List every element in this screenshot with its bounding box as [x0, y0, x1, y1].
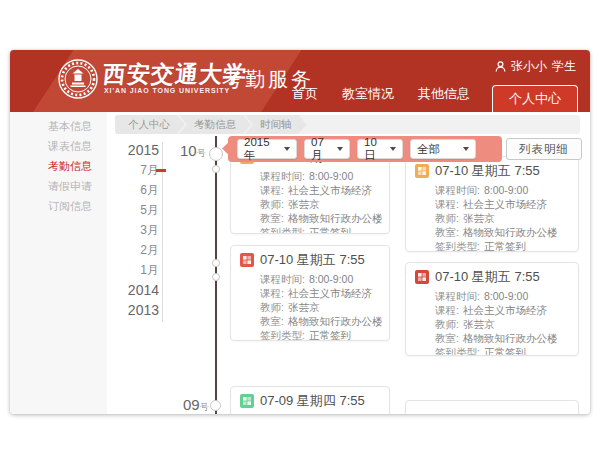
field-label: 课程时间: — [435, 183, 480, 197]
timeline-node — [212, 259, 220, 267]
field-label: 教师: — [435, 211, 459, 225]
field-value: 社会主义市场经济 — [463, 197, 547, 211]
field-value: 格物致知行政办公楼 — [463, 331, 558, 345]
sidebar: 基本信息 课表信息 考勤信息 请假申请 订阅信息 — [10, 112, 107, 414]
month-nav-jul[interactable]: 7月 — [107, 160, 159, 180]
field-value: 格物致知行政办公楼 — [288, 314, 383, 328]
person-icon — [495, 61, 506, 72]
status-icon-red-orange — [240, 253, 254, 267]
caret-down-icon — [463, 147, 469, 151]
field-label: 签到类型: — [260, 328, 305, 341]
field-value: 8:00-9:00 — [484, 183, 528, 197]
breadcrumb-timeline[interactable]: 时间轴 — [245, 115, 307, 134]
timeline-node — [212, 273, 220, 281]
field-label: 教师: — [260, 197, 284, 211]
attendance-card-row1-right: 07-10 星期五 7:55 课程时间:8:00-9:00 课程:社会主义市场经… — [405, 156, 579, 252]
app-header: 西安交通大学 XI'AN JIAO TONG UNIVERSITY 考勤服务 张… — [10, 50, 590, 112]
month-nav-2013[interactable]: 2013 — [107, 300, 159, 320]
attendance-card-row3-left: 07-09 星期四 7:55 — [230, 386, 390, 414]
day-label-09: 09号 — [183, 396, 209, 414]
field-value: 社会主义市场经济 — [288, 183, 372, 197]
field-value: 张芸京 — [288, 197, 320, 211]
field-label: 课程: — [435, 197, 459, 211]
field-label: 教师: — [260, 300, 284, 314]
main-nav: 首页 教室情况 其他信息 个人中心 — [280, 85, 578, 112]
field-label: 教室: — [260, 314, 284, 328]
list-detail-button[interactable]: 列表明细 — [506, 138, 582, 160]
month-nav-mar[interactable]: 3月 — [107, 220, 159, 240]
user-info[interactable]: 张小小 学生 — [495, 58, 576, 75]
sidebar-item-subscription[interactable]: 订阅信息 — [10, 196, 107, 216]
field-value: 格物致知行政办公楼 — [288, 211, 383, 225]
field-label: 课程: — [435, 303, 459, 317]
field-value: 8:00-9:00 — [484, 289, 528, 303]
field-label: 课程: — [260, 183, 284, 197]
field-label: 签到类型: — [435, 239, 480, 252]
field-label: 课程时间: — [260, 169, 305, 183]
field-value: 张芸京 — [288, 300, 320, 314]
breadcrumb-attendance[interactable]: 考勤信息 — [179, 115, 251, 134]
card-title: 07-10 星期五 7:55 — [435, 162, 540, 180]
field-value: 张芸京 — [463, 211, 495, 225]
field-label: 课程: — [260, 286, 284, 300]
month-nav: 2015 7月 6月 5月 3月 2月 1月 2014 2013 — [107, 140, 159, 320]
university-seal-logo — [57, 58, 99, 100]
nav-classrooms[interactable]: 教室情况 — [330, 85, 406, 112]
month-nav-jun[interactable]: 6月 — [107, 180, 159, 200]
status-icon-green — [240, 394, 254, 408]
current-month-marker — [156, 169, 166, 172]
field-value: 张芸京 — [463, 317, 495, 331]
field-label: 教师: — [435, 317, 459, 331]
field-value: 正常签到 — [309, 225, 351, 234]
month-nav-2015[interactable]: 2015 — [107, 140, 159, 160]
card-title: 07-10 星期五 7:55 — [260, 251, 365, 269]
year-dropdown[interactable]: 2015年 — [237, 139, 297, 159]
month-nav-may[interactable]: 5月 — [107, 200, 159, 220]
sidebar-item-timetable[interactable]: 课表信息 — [10, 136, 107, 156]
field-value: 正常签到 — [484, 239, 526, 252]
breadcrumb-personal-center[interactable]: 个人中心 — [115, 115, 185, 134]
timeline-node — [210, 400, 221, 411]
month-nav-2014[interactable]: 2014 — [107, 280, 159, 300]
breadcrumb: 个人中心 考勤信息 时间轴 — [115, 115, 580, 134]
page: 西安交通大学 XI'AN JIAO TONG UNIVERSITY 考勤服务 张… — [0, 0, 600, 450]
field-label: 教室: — [260, 211, 284, 225]
caret-down-icon — [390, 147, 396, 151]
field-value: 社会主义市场经济 — [288, 286, 372, 300]
nav-home[interactable]: 首页 — [280, 85, 330, 112]
user-name: 张小小 — [511, 58, 547, 75]
sidebar-item-basic-info[interactable]: 基本信息 — [10, 116, 107, 136]
field-label: 签到类型: — [260, 225, 305, 234]
university-name-en: XI'AN JIAO TONG UNIVERSITY — [104, 87, 230, 94]
field-label: 签到类型: — [435, 345, 480, 356]
field-value: 正常签到 — [309, 328, 351, 341]
attendance-card-row2-right: 07-10 星期五 7:55 课程时间:8:00-9:00 课程:社会主义市场经… — [405, 262, 579, 356]
timeline-node — [209, 147, 223, 161]
nav-tab-personal-center[interactable]: 个人中心 — [492, 85, 578, 112]
day-dropdown[interactable]: 10日 — [357, 139, 403, 159]
field-value: 社会主义市场经济 — [463, 303, 547, 317]
sidebar-item-attendance[interactable]: 考勤信息 — [10, 156, 107, 176]
card-title: 07-09 星期四 7:55 — [260, 392, 365, 410]
nav-other-info[interactable]: 其他信息 — [406, 85, 482, 112]
field-value: 格物致知行政办公楼 — [463, 225, 558, 239]
attendance-card-row2-left: 07-10 星期五 7:55 课程时间:8:00-9:00 课程:社会主义市场经… — [230, 245, 390, 341]
field-label: 教室: — [435, 331, 459, 345]
sidebar-item-leave-request[interactable]: 请假申请 — [10, 176, 107, 196]
field-value: 8:00-9:00 — [309, 272, 353, 286]
day-label-10: 10号 — [180, 142, 206, 160]
field-label: 课程时间: — [435, 289, 480, 303]
main-content: 个人中心 考勤信息 时间轴 2015 7月 6月 5月 3月 2月 1月 201… — [107, 112, 590, 414]
date-filter-bubble: 2015年 07月 10日 全部 — [228, 136, 502, 162]
caret-down-icon — [284, 147, 290, 151]
month-dropdown[interactable]: 07月 — [304, 139, 350, 159]
month-nav-jan[interactable]: 1月 — [107, 260, 159, 280]
app-body: 基本信息 课表信息 考勤信息 请假申请 订阅信息 个人中心 考勤信息 时间轴 2… — [10, 112, 590, 414]
user-role: 学生 — [552, 58, 576, 75]
type-dropdown[interactable]: 全部 — [410, 139, 476, 159]
field-label: 教室: — [435, 225, 459, 239]
timeline-node — [212, 165, 220, 173]
status-icon-amber — [415, 164, 429, 178]
field-value: 8:00-9:00 — [309, 169, 353, 183]
month-nav-feb[interactable]: 2月 — [107, 240, 159, 260]
